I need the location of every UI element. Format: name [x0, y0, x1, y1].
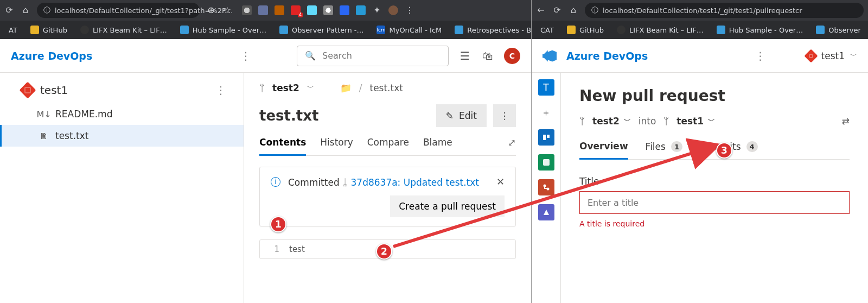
source-branch-picker[interactable]: test2﹀ — [592, 116, 631, 127]
pr-title-input[interactable] — [579, 191, 850, 214]
pr-tabs: Overview Files1 Commits4 — [579, 141, 850, 160]
breadcrumb-file[interactable]: test.txt — [369, 83, 403, 93]
annotation-badge-1: 1 — [270, 216, 286, 232]
ext-icon[interactable] — [323, 5, 333, 15]
ext-icon[interactable]: 4 — [291, 5, 301, 15]
filter-icon[interactable]: ☰ — [458, 49, 471, 62]
search-box[interactable]: 🔍 — [297, 46, 449, 66]
file-tabs: Contents History Compare Blame ⤢ — [259, 137, 516, 156]
bookmark[interactable]: Observer Pattern -… — [274, 23, 369, 36]
bookmark[interactable]: GitHub — [561, 23, 609, 36]
user-avatar[interactable]: C — [504, 48, 520, 64]
breadcrumb-sep: / — [359, 83, 362, 93]
ext-icon[interactable] — [258, 5, 268, 15]
code-line: test — [289, 244, 305, 254]
rail-add-icon[interactable]: ＋ — [538, 104, 554, 121]
page-title: New pull request — [579, 87, 850, 105]
address-bar[interactable]: ⓘ localhost/DefaultCollection/test1/_git… — [585, 3, 864, 18]
home-icon[interactable]: ⌂ — [569, 5, 578, 15]
rail-pipelines-icon[interactable] — [538, 204, 554, 220]
file-icon: 🗎 — [39, 131, 49, 141]
svg-rect-1 — [543, 135, 546, 140]
rail-overview-icon[interactable]: T — [538, 79, 554, 96]
shopping-icon[interactable]: 🛍 — [481, 49, 494, 62]
extensions-row: 4 — [242, 5, 366, 15]
create-pr-button[interactable]: Create a pull request — [390, 195, 505, 217]
home-icon[interactable]: ⌂ — [21, 5, 30, 15]
ext-icon[interactable] — [275, 5, 284, 15]
chevron-down-icon[interactable]: ﹀ — [307, 83, 314, 93]
repo-breadcrumb[interactable]: test1 ﹀ — [806, 50, 857, 61]
title-label: Title — [579, 176, 850, 187]
back-icon[interactable]: ← — [536, 5, 546, 15]
bookmark[interactable]: IcmMyOnCall - IcM — [371, 23, 447, 36]
repo-header[interactable]: test1 ⋮ — [0, 80, 244, 103]
tab-overview[interactable]: Overview — [579, 141, 628, 160]
bookmark[interactable]: Hub Sample - Over… — [175, 23, 272, 36]
chrome-menu-icon[interactable]: ⋮ — [405, 5, 414, 15]
file-name: test.txt — [55, 130, 88, 141]
file-more-button[interactable]: ⋮ — [493, 104, 516, 127]
ado-logo[interactable]: Azure DevOps — [11, 50, 92, 62]
ext-icon[interactable] — [307, 5, 317, 15]
file-item-test[interactable]: 🗎 test.txt — [0, 125, 244, 147]
svg-rect-2 — [547, 135, 550, 138]
browser-toolbar: ⟳ ⌂ ⓘ localhost/DefaultCollection/_git/t… — [0, 0, 531, 21]
title-error: A title is required — [579, 219, 850, 228]
bookmark[interactable]: Retrospectives - Bo… — [449, 23, 531, 36]
folder-icon[interactable]: 📁 — [340, 83, 352, 93]
rail-boards-icon[interactable] — [538, 129, 554, 146]
rail-repos-icon[interactable] — [538, 179, 554, 195]
commit-banner: i Committed ᛦ 37d8637a: Updated test.txt… — [259, 167, 516, 226]
svg-point-5 — [546, 188, 549, 191]
profile-icon[interactable] — [388, 5, 398, 15]
file-title: test.txt — [259, 108, 430, 124]
tab-files[interactable]: Files1 — [646, 141, 682, 159]
extensions-icon[interactable]: ✦ — [372, 5, 382, 15]
header-more-icon[interactable]: ⋮ — [751, 49, 770, 62]
zoom-icon[interactable]: ⊕ — [206, 5, 216, 15]
search-input[interactable] — [321, 50, 441, 61]
address-bar[interactable]: ⓘ localhost/DefaultCollection/_git/test1… — [37, 3, 200, 18]
fullscreen-icon[interactable]: ⤢ — [508, 137, 516, 155]
reload-icon[interactable]: ⟳ — [4, 5, 14, 15]
ext-icon[interactable] — [356, 5, 366, 15]
breadcrumb-row: ᛘ test2 ﹀ 📁 / test.txt — [259, 83, 516, 93]
svg-rect-3 — [543, 159, 550, 166]
svg-point-4 — [543, 185, 546, 187]
browser-toolbar: ← ⟳ ⌂ ⓘ localhost/DefaultCollection/test… — [532, 0, 868, 21]
bookmark[interactable]: LIFX Beam Kit – LIF… — [75, 23, 173, 36]
close-icon[interactable]: ✕ — [496, 176, 505, 187]
ext-icon[interactable] — [340, 5, 349, 15]
ext-icon[interactable] — [242, 5, 252, 15]
url-text: localhost/DefaultCollection/test1/_git/t… — [603, 7, 802, 15]
file-item-readme[interactable]: M↓ README.md — [0, 103, 244, 125]
tab-contents[interactable]: Contents — [259, 137, 306, 156]
ado-icon — [542, 49, 557, 63]
ado-logo[interactable]: Azure DevOps — [566, 50, 648, 62]
branch-name[interactable]: test2 — [272, 83, 299, 93]
pr-create-panel: New pull request ᛘ test2﹀ into ᛘ test1﹀ … — [561, 73, 868, 303]
bookmark[interactable]: Observer — [810, 23, 866, 36]
rail-test-icon[interactable] — [538, 154, 554, 171]
bookmark[interactable]: GitHub — [25, 23, 73, 36]
azure-devops-header: Azure DevOps ⋮ test1 ﹀ — [532, 39, 868, 73]
edit-button[interactable]: ✎ Edit — [436, 104, 487, 127]
bookmark[interactable]: LIFX Beam Kit – LIF… — [611, 23, 709, 36]
star-icon[interactable]: ☆ — [222, 5, 232, 15]
swap-icon[interactable]: ⇄ — [842, 116, 850, 127]
repo-more-icon[interactable]: ⋮ — [211, 84, 231, 97]
info-icon: ⓘ — [43, 5, 50, 15]
commit-link[interactable]: 37d8637a: Updated test.txt — [351, 177, 479, 188]
annotation-badge-2: 2 — [376, 243, 392, 260]
tab-history[interactable]: History — [320, 137, 353, 155]
info-icon: ⓘ — [591, 5, 598, 15]
header-more-icon[interactable]: ⋮ — [236, 49, 256, 62]
target-branch-picker[interactable]: test1﹀ — [676, 116, 715, 127]
bookmark[interactable]: Hub Sample - Over… — [711, 23, 808, 36]
bookmark[interactable]: AT — [3, 24, 23, 36]
tab-compare[interactable]: Compare — [367, 137, 409, 155]
reload-icon[interactable]: ⟳ — [552, 5, 562, 15]
bookmark[interactable]: CAT — [535, 24, 559, 36]
tab-blame[interactable]: Blame — [423, 137, 452, 155]
